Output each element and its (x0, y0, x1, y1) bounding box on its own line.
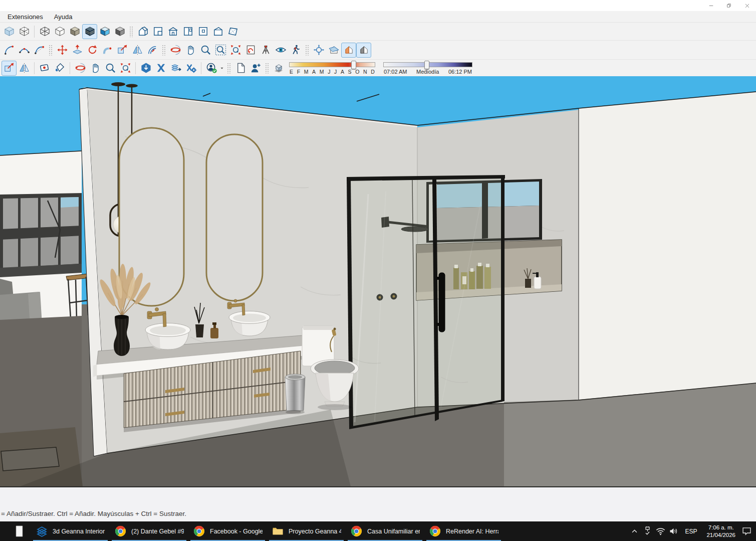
taskbar-item-label: (2) Dante Gebel #94... (131, 528, 184, 535)
menu-ayuda[interactable]: Ayuda (49, 12, 78, 22)
taskbar-item-app-notepad[interactable] (8, 521, 30, 541)
flip-tool-icon[interactable] (17, 61, 32, 76)
zoom-tool-icon[interactable] (198, 43, 213, 58)
taskbar-item-casa-unifamiliar-en[interactable]: Casa Unifamiliar en... (347, 521, 423, 541)
view-iso-icon[interactable] (135, 24, 150, 39)
shadows-toggle-icon[interactable] (271, 61, 286, 76)
zoom-extents-icon[interactable] (118, 61, 133, 76)
system-tray: ESP7:06 a. m.21/04/2026 (629, 521, 756, 541)
view-front-icon[interactable] (165, 24, 180, 39)
add-person-icon[interactable] (248, 61, 263, 76)
taskbar-clock[interactable]: 7:06 a. m.21/04/2026 (703, 524, 739, 539)
date-slider-handle[interactable] (351, 61, 356, 69)
view-persp-icon[interactable] (225, 24, 240, 39)
paint-bucket-icon[interactable] (52, 61, 67, 76)
new-file-icon[interactable] (233, 61, 248, 76)
date-slider-track[interactable] (289, 62, 375, 67)
usb-icon[interactable] (642, 526, 653, 536)
menu-extensiones[interactable]: Extensiones (2, 12, 49, 22)
scale-tool-icon[interactable] (2, 61, 17, 76)
viewport-3d[interactable] (0, 76, 756, 486)
minimize-button[interactable] (702, 1, 720, 11)
section-plane-icon[interactable] (311, 43, 326, 58)
status-message: = Añadir/Sustraer. Ctrl = Añadir. Mayúsc… (1, 510, 186, 517)
month-tick: D (371, 69, 375, 75)
account-dropdown-caret[interactable] (219, 61, 225, 76)
section-display-planes-icon[interactable] (326, 43, 341, 58)
taskbar-item-proyecto-geanna-4[interactable]: Proyecto Geanna 4 (268, 521, 345, 541)
view-left-icon[interactable] (210, 24, 225, 39)
orbit-tool-icon[interactable] (168, 43, 183, 58)
month-labels: EFMAMJJASOND (290, 69, 375, 75)
taskbar-item-facebook-google[interactable]: Facebook - Google ... (189, 521, 266, 541)
time-label: 06:12 PM (448, 69, 472, 75)
walk-tool-icon[interactable] (288, 43, 303, 58)
toolbar-grip[interactable] (305, 45, 309, 56)
extension-manager-icon[interactable] (183, 61, 198, 76)
taskbar-item-label: Casa Unifamiliar en... (367, 528, 420, 535)
placemark-icon[interactable] (37, 61, 52, 76)
style-monochrome-icon[interactable] (112, 24, 127, 39)
style-textured-icon[interactable] (82, 24, 97, 39)
arc-3pt-icon[interactable] (32, 43, 47, 58)
shadow-time-slider[interactable]: 07:02 AMMediodía06:12 PM (383, 61, 472, 77)
app-chrome-icon (114, 525, 127, 537)
toolbar-grip[interactable] (162, 45, 166, 56)
view-right-icon[interactable] (180, 24, 195, 39)
toolbar-grip[interactable] (49, 45, 53, 56)
previous-view-icon[interactable] (243, 43, 258, 58)
scale-tool-icon[interactable] (115, 43, 130, 58)
orbit-tool-icon[interactable] (73, 61, 88, 76)
wifi-icon[interactable] (655, 526, 666, 536)
toolbar-grip[interactable] (129, 26, 133, 37)
toolbar-grip[interactable] (227, 63, 231, 74)
look-around-icon[interactable] (273, 43, 288, 58)
taskbar-item-3d-geanna-interior[interactable]: 3d Geanna Interior ... (32, 521, 109, 541)
month-tick: O (355, 69, 359, 75)
style-color-icon[interactable] (97, 24, 112, 39)
style-shaded-icon[interactable] (67, 24, 82, 39)
notification-icon[interactable] (741, 526, 752, 536)
section-display-cuts-icon[interactable] (341, 43, 356, 58)
time-label: 07:02 AM (384, 69, 407, 75)
title-bar (0, 0, 756, 11)
get-models-icon[interactable] (138, 61, 153, 76)
arc-2pt-icon[interactable] (17, 43, 32, 58)
section-display-fill-icon[interactable] (356, 43, 371, 58)
flip-tool-icon[interactable] (130, 43, 145, 58)
offset-tool-icon[interactable] (145, 43, 160, 58)
move-tool-icon[interactable] (55, 43, 70, 58)
zoom-extents-icon[interactable] (228, 43, 243, 58)
toolbar-grip[interactable] (265, 63, 269, 74)
position-camera-icon[interactable] (258, 43, 273, 58)
arc-tool-icon[interactable] (2, 43, 17, 58)
restore-button[interactable] (720, 1, 738, 11)
time-slider-handle[interactable] (424, 61, 429, 69)
language-indicator[interactable]: ESP (681, 528, 700, 535)
follow-me-icon[interactable] (100, 43, 115, 58)
view-back-icon[interactable] (195, 24, 210, 39)
pan-tool-icon[interactable] (88, 61, 103, 76)
month-tick: N (363, 69, 367, 75)
style-back-edges-icon[interactable] (17, 24, 32, 39)
extension-warehouse-icon[interactable] (153, 61, 168, 76)
style-hidden-line-icon[interactable] (52, 24, 67, 39)
style-xray-icon[interactable] (2, 24, 17, 39)
pan-tool-icon[interactable] (183, 43, 198, 58)
view-top-icon[interactable] (150, 24, 165, 39)
toolbar-warehouse-shadows: EFMAMJJASOND07:02 AMMediodía06:12 PM (0, 59, 756, 76)
taskbar-item-2-dante-gebel-94[interactable]: (2) Dante Gebel #94... (111, 521, 187, 541)
account-icon[interactable] (204, 61, 219, 76)
chevron-up-icon[interactable] (629, 526, 640, 536)
toolbar-separator (70, 62, 70, 74)
share-model-icon[interactable] (168, 61, 183, 76)
rotate-tool-icon[interactable] (85, 43, 100, 58)
close-button[interactable] (738, 1, 756, 11)
style-wireframe-icon[interactable] (37, 24, 52, 39)
speaker-icon[interactable] (668, 526, 679, 536)
push-pull-icon[interactable] (70, 43, 85, 58)
taskbar-item-rerender-ai-herra[interactable]: ReRender AI: Herra... (425, 521, 502, 541)
zoom-window-icon[interactable] (213, 43, 228, 58)
shadow-date-slider[interactable]: EFMAMJJASOND (289, 61, 375, 77)
zoom-tool-icon[interactable] (103, 61, 118, 76)
